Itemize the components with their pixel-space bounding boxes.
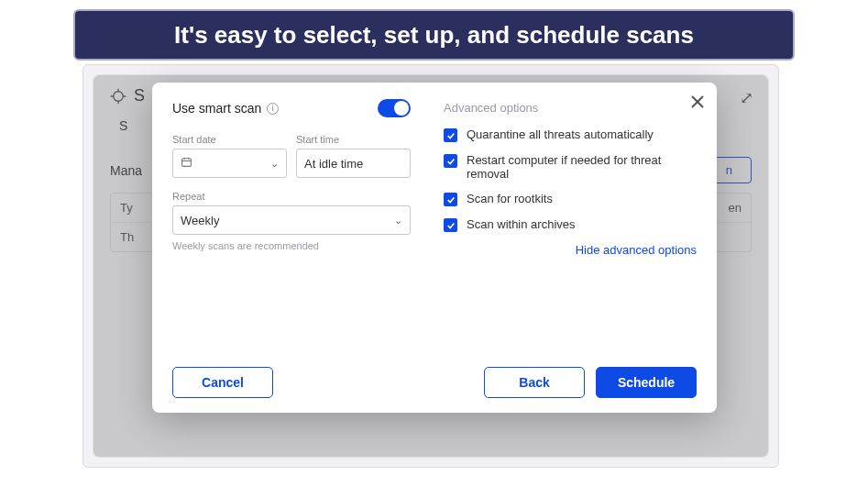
option-rootkits[interactable]: Scan for rootkits (444, 192, 682, 206)
advanced-options-title: Advanced options (444, 101, 697, 115)
close-icon (691, 95, 704, 108)
option-label: Quarantine all threats automatically (467, 127, 654, 141)
start-time-label: Start time (296, 134, 411, 145)
checkbox-checked (444, 218, 457, 232)
cancel-button[interactable]: Cancel (172, 367, 273, 398)
start-time-input[interactable]: At idle time (296, 149, 411, 178)
start-time-value: At idle time (304, 157, 363, 171)
checkbox-checked (444, 128, 457, 142)
modal-right-column: Advanced options Quarantine all threats … (438, 99, 697, 356)
repeat-value: Weekly (181, 214, 219, 227)
modal-body: Use smart scan i Start date ⌄ Sta (172, 99, 697, 356)
repeat-select[interactable]: Weekly ⌄ (172, 205, 411, 235)
checkbox-checked (444, 154, 457, 168)
smart-scan-row: Use smart scan i (172, 99, 411, 117)
close-button[interactable] (691, 94, 704, 113)
start-date-label: Start date (172, 134, 287, 145)
chevron-down-icon: ⌄ (270, 158, 279, 170)
promo-banner-text: It's easy to select, set up, and schedul… (174, 21, 694, 50)
option-quarantine[interactable]: Quarantine all threats automatically (444, 127, 682, 142)
back-button[interactable]: Back (484, 367, 585, 398)
date-time-row: Start date ⌄ Start time At idle time (172, 134, 411, 178)
modal-footer: Cancel Back Schedule (172, 356, 697, 398)
calendar-icon (181, 156, 192, 171)
start-time-field: Start time At idle time (296, 134, 411, 178)
smart-scan-toggle[interactable] (378, 99, 411, 117)
start-date-field: Start date ⌄ (172, 134, 287, 178)
option-label: Restart computer if needed for threat re… (467, 153, 682, 181)
option-label: Scan within archives (467, 217, 576, 231)
option-archives[interactable]: Scan within archives (444, 217, 682, 232)
repeat-label: Repeat (172, 191, 411, 202)
hide-advanced-link[interactable]: Hide advanced options (444, 243, 697, 257)
promo-banner: It's easy to select, set up, and schedul… (73, 9, 795, 61)
modal-left-column: Use smart scan i Start date ⌄ Sta (172, 99, 411, 356)
option-restart[interactable]: Restart computer if needed for threat re… (444, 153, 682, 181)
repeat-field: Repeat Weekly ⌄ Weekly scans are recomme… (172, 191, 411, 251)
schedule-scan-modal: Use smart scan i Start date ⌄ Sta (152, 83, 717, 413)
schedule-button[interactable]: Schedule (596, 367, 697, 398)
checkbox-checked (444, 193, 457, 206)
start-date-select[interactable]: ⌄ (172, 149, 287, 178)
option-label: Scan for rootkits (467, 192, 553, 205)
info-icon[interactable]: i (267, 103, 279, 115)
svg-rect-7 (182, 159, 192, 167)
repeat-hint: Weekly scans are recommended (172, 240, 411, 251)
smart-scan-label: Use smart scan (172, 101, 261, 116)
chevron-down-icon: ⌄ (394, 215, 402, 227)
